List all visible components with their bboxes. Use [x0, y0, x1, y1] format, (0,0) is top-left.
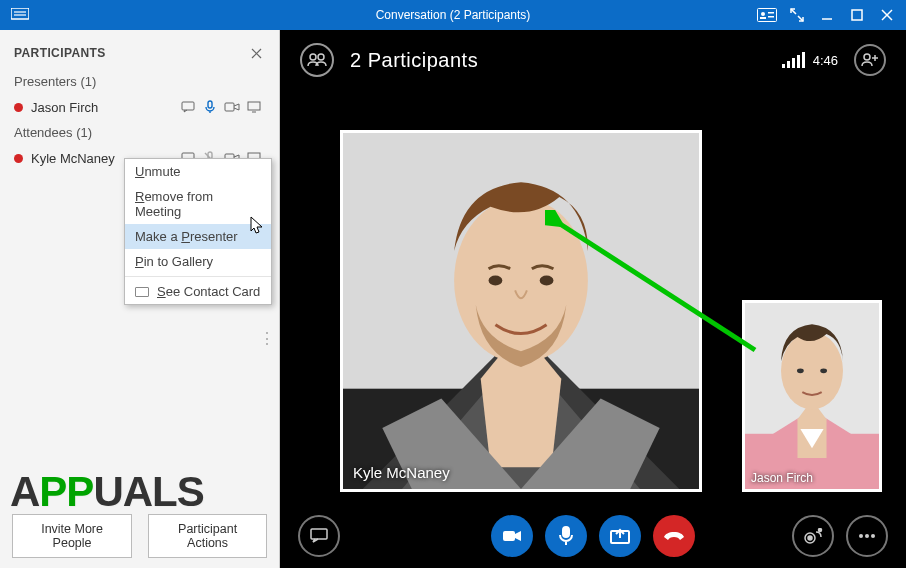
context-menu: Unmute Remove from Meeting Make a Presen… [124, 158, 272, 305]
drag-handle-icon[interactable]: ⋮ [259, 329, 273, 348]
fullscreen-icon[interactable] [784, 0, 810, 30]
svg-point-37 [820, 368, 827, 373]
svg-point-30 [454, 198, 588, 363]
invite-people-button[interactable]: Invite More People [12, 514, 132, 558]
maximize-icon[interactable] [844, 0, 870, 30]
presenters-group-label: Presenters (1) [0, 70, 279, 93]
participants-panel: PARTICIPANTS Presenters (1) Jason Firch … [0, 30, 280, 568]
svg-point-47 [865, 534, 869, 538]
contact-card-icon[interactable] [754, 0, 780, 30]
svg-rect-15 [208, 101, 212, 108]
video-label: Kyle McNaney [353, 464, 450, 481]
ctx-contact-card[interactable]: See Contact Card [125, 279, 271, 304]
menu-icon[interactable] [0, 0, 40, 30]
signal-icon [782, 52, 805, 68]
call-control-bar [280, 504, 906, 568]
svg-rect-6 [768, 12, 774, 14]
video-label: Jason Firch [751, 471, 813, 485]
hangup-button[interactable] [653, 515, 695, 557]
svg-rect-17 [248, 102, 260, 110]
svg-rect-5 [760, 17, 766, 19]
svg-point-45 [819, 529, 822, 532]
mic-button[interactable] [545, 515, 587, 557]
more-button[interactable] [846, 515, 888, 557]
svg-rect-16 [225, 103, 234, 111]
minimize-icon[interactable] [814, 0, 840, 30]
svg-point-32 [540, 276, 554, 286]
video-button[interactable] [491, 515, 533, 557]
participants-heading: PARTICIPANTS [14, 46, 106, 60]
title-bar: Conversation (2 Participants) [0, 0, 906, 30]
svg-rect-41 [563, 527, 569, 537]
ctx-separator [125, 276, 271, 277]
svg-point-44 [808, 536, 812, 540]
mic-icon[interactable] [199, 98, 221, 116]
device-button[interactable] [792, 515, 834, 557]
contact-card-icon [135, 287, 149, 297]
svg-point-35 [781, 332, 843, 410]
presence-dot-icon [14, 103, 23, 112]
svg-point-31 [489, 276, 503, 286]
video-stage: 2 Participants 4:46 [280, 30, 906, 568]
main-video-tile[interactable]: Kyle McNaney [340, 130, 702, 492]
svg-rect-9 [852, 10, 862, 20]
participants-icon[interactable] [300, 43, 334, 77]
svg-point-48 [871, 534, 875, 538]
screen-icon[interactable] [243, 98, 265, 116]
svg-rect-39 [311, 529, 327, 539]
window-title: Conversation (2 Participants) [376, 8, 531, 22]
chat-icon[interactable] [177, 98, 199, 116]
svg-point-27 [864, 54, 870, 60]
share-button[interactable] [599, 515, 641, 557]
svg-point-46 [859, 534, 863, 538]
participant-row[interactable]: Jason Firch [0, 93, 279, 121]
ctx-make-presenter[interactable]: Make a Presenter [125, 224, 271, 249]
svg-point-36 [797, 368, 804, 373]
svg-point-4 [761, 12, 765, 16]
add-participant-icon[interactable] [854, 44, 886, 76]
ctx-pin[interactable]: Pin to Gallery [125, 249, 271, 274]
svg-rect-14 [182, 102, 194, 110]
stage-title: 2 Participants [350, 49, 478, 72]
participant-name: Jason Firch [31, 100, 177, 115]
svg-rect-0 [11, 8, 29, 19]
close-icon[interactable] [874, 0, 900, 30]
call-duration: 4:46 [813, 53, 838, 68]
svg-rect-7 [768, 16, 774, 18]
participant-actions-button[interactable]: Participant Actions [148, 514, 267, 558]
presence-dot-icon [14, 154, 23, 163]
svg-rect-40 [503, 531, 515, 541]
ctx-unmute[interactable]: Unmute [125, 159, 271, 184]
secondary-video-tile[interactable]: Jason Firch [742, 300, 882, 492]
svg-rect-3 [758, 9, 777, 22]
attendees-group-label: Attendees (1) [0, 121, 279, 144]
close-panel-icon[interactable] [247, 44, 265, 62]
svg-point-25 [310, 54, 316, 60]
chat-button[interactable] [298, 515, 340, 557]
video-icon[interactable] [221, 98, 243, 116]
svg-point-26 [318, 54, 324, 60]
ctx-remove[interactable]: Remove from Meeting [125, 184, 271, 224]
